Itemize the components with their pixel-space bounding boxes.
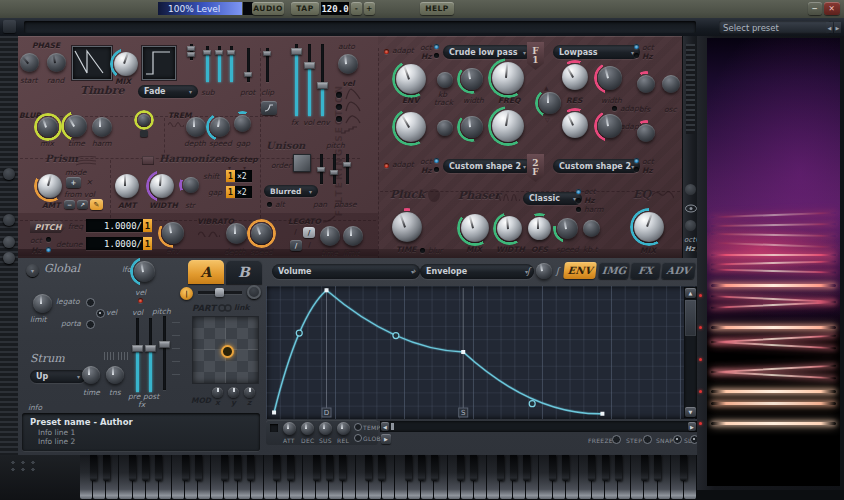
piano-black-key[interactable] xyxy=(90,455,97,481)
freeze-toggle[interactable] xyxy=(612,435,621,444)
legato-limit-knob[interactable] xyxy=(343,226,363,246)
sub-fader-1[interactable] xyxy=(202,46,212,82)
piano-black-key[interactable] xyxy=(405,455,412,481)
minimize-button[interactable]: − xyxy=(808,2,822,15)
pitch-env-knob[interactable] xyxy=(162,222,184,244)
piano-black-key[interactable] xyxy=(129,455,136,481)
strum-time-knob[interactable] xyxy=(82,366,100,384)
tempo-display[interactable]: 120.0 xyxy=(321,2,349,15)
filter1-env-kn[interactable] xyxy=(396,64,426,94)
filter-ofs2-kn[interactable] xyxy=(637,124,655,142)
filter1b-type-dropdown[interactable]: Lowpass▾ xyxy=(553,45,640,59)
tap-button[interactable]: TAP xyxy=(291,2,319,15)
vol-fader[interactable] xyxy=(303,44,315,116)
tempo-radio[interactable] xyxy=(354,423,362,431)
sub-fader-3[interactable] xyxy=(226,46,236,82)
vel-led[interactable] xyxy=(138,298,143,303)
filter2-freq-kn[interactable] xyxy=(492,110,524,142)
legato-slide-button-1[interactable]: ∕ xyxy=(290,227,301,237)
global-radio[interactable] xyxy=(354,434,362,442)
filter2b-type-dropdown[interactable]: Custom shape 2▾ xyxy=(553,159,640,173)
piano-black-key[interactable] xyxy=(418,455,425,481)
blur-aux-knob[interactable] xyxy=(138,114,150,126)
phaser-hz-radio[interactable] xyxy=(576,198,581,203)
piano-black-key[interactable] xyxy=(562,455,569,481)
tempo-plus-button[interactable]: + xyxy=(364,2,375,15)
filter1b-oct-radio[interactable] xyxy=(634,44,639,49)
piano-black-key[interactable] xyxy=(615,455,622,481)
filter2-oct-radio[interactable] xyxy=(434,158,439,163)
piano-black-key[interactable] xyxy=(182,455,189,481)
trem-speed-knob[interactable] xyxy=(210,117,230,137)
piano-black-key[interactable] xyxy=(588,455,595,481)
filter2-kbtrack-kn[interactable] xyxy=(437,120,453,136)
prism-mode-plus-button[interactable]: + xyxy=(66,177,81,188)
legato-time-knob[interactable] xyxy=(320,226,340,246)
phaser-harm-radio[interactable] xyxy=(576,207,581,212)
edge-knob[interactable] xyxy=(3,168,15,180)
dec-knob[interactable] xyxy=(301,422,314,435)
part-target-button[interactable] xyxy=(247,285,261,299)
prism-arrow-button[interactable]: ↗ xyxy=(77,200,88,209)
prism-pen-button[interactable]: ✎ xyxy=(90,199,103,210)
xy-pad-dot[interactable] xyxy=(221,345,234,358)
piano-black-key[interactable] xyxy=(273,455,280,481)
step-toggle[interactable] xyxy=(643,435,652,444)
phase-start-knob[interactable] xyxy=(20,53,39,72)
sub-fader-2[interactable] xyxy=(214,46,224,82)
vibrato-depth-knob[interactable] xyxy=(226,223,247,244)
filter1b-hz-radio[interactable] xyxy=(634,53,639,58)
filter2-width2-kn[interactable] xyxy=(598,114,622,138)
auto-knob[interactable] xyxy=(338,54,358,74)
unison-mode-dropdown[interactable]: Blurred▾ xyxy=(264,185,318,197)
harmonizer-str-knob[interactable] xyxy=(183,177,199,193)
part-a-tab[interactable]: A xyxy=(188,260,224,284)
legato-slide-button-4[interactable]: ∕ xyxy=(304,240,315,250)
piano-black-key[interactable] xyxy=(549,455,556,481)
piano-black-key[interactable] xyxy=(523,455,530,481)
prism-amt-knob[interactable] xyxy=(38,174,62,198)
img-tab[interactable]: IMG xyxy=(598,262,630,279)
piano-black-key[interactable] xyxy=(602,455,609,481)
phaser-speed-kn[interactable] xyxy=(557,218,578,239)
timbre-mix-knob[interactable] xyxy=(114,52,138,76)
legato-radio[interactable] xyxy=(86,298,95,307)
lfo-knob[interactable] xyxy=(134,261,155,282)
edge-small-knob-2[interactable] xyxy=(685,220,696,231)
eq-mix-kn[interactable] xyxy=(634,212,664,242)
env-fader[interactable] xyxy=(316,44,328,116)
snap-toggle[interactable] xyxy=(673,435,682,444)
envelope-vscrollbar[interactable]: ▲ ▼ xyxy=(684,287,697,418)
edge-small-knob[interactable] xyxy=(685,184,696,195)
harmonizer-amt-knob[interactable] xyxy=(115,174,139,198)
phaser-mix-kn[interactable] xyxy=(461,214,489,242)
global-pitch-fader[interactable] xyxy=(144,318,156,392)
piano-black-key[interactable] xyxy=(680,455,687,481)
preset-selector[interactable]: Select preset xyxy=(719,21,831,34)
audio-button[interactable]: AUDIO xyxy=(252,2,284,15)
phaser-kbt-kn[interactable] xyxy=(583,220,600,237)
filter-osc-kn[interactable] xyxy=(662,75,680,93)
fx-tab[interactable]: FX xyxy=(630,262,661,279)
piano-black-key[interactable] xyxy=(641,455,648,481)
mod-z-knob[interactable] xyxy=(244,387,255,398)
piano-black-key[interactable] xyxy=(155,455,162,481)
piano-black-key[interactable] xyxy=(457,455,464,481)
filter1-type-dropdown[interactable]: Crude low pass▾ xyxy=(443,45,532,59)
env-tab[interactable]: ENV xyxy=(563,262,597,279)
filter-ofs-kn[interactable] xyxy=(637,75,655,93)
blur-time-knob[interactable] xyxy=(65,115,87,137)
help-button[interactable]: HELP xyxy=(420,2,454,15)
env-shape-radio-3[interactable] xyxy=(336,116,342,122)
filter1-adapt-led[interactable] xyxy=(384,49,389,54)
prot-fader[interactable] xyxy=(243,48,253,82)
phaser-width-kn[interactable] xyxy=(497,216,522,241)
envelope-hscrollbar[interactable]: ◀ ▶ xyxy=(380,421,697,432)
filter2-hz-radio[interactable] xyxy=(434,167,439,172)
blur-aux-button[interactable] xyxy=(140,130,148,137)
vscroll-thumb[interactable] xyxy=(685,300,696,336)
hscroll-left-button[interactable]: ◀ xyxy=(381,422,389,431)
clip-fader[interactable] xyxy=(262,48,272,82)
piano-black-key[interactable] xyxy=(195,455,202,481)
part-b-tab[interactable]: B xyxy=(226,260,262,284)
